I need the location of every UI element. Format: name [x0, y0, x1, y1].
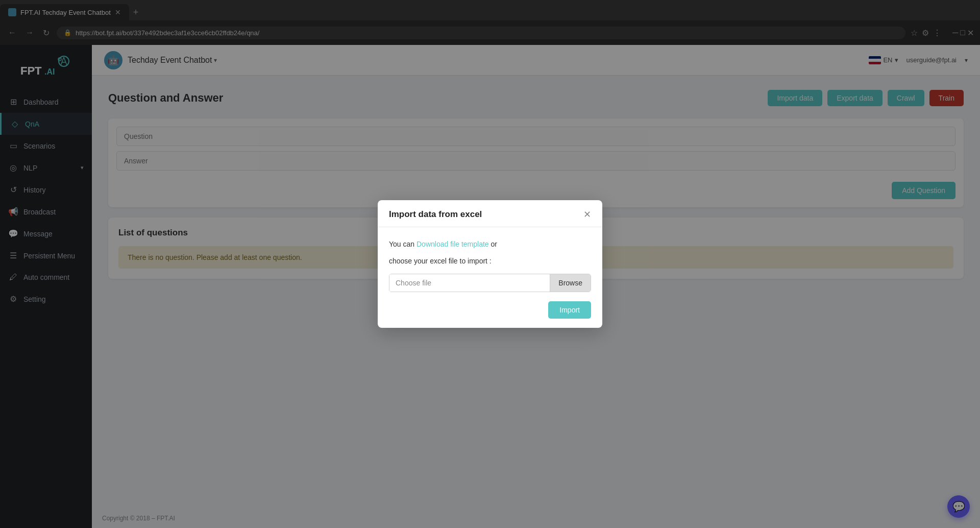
modal-description-line1: You can Download file template or [389, 238, 591, 250]
import-button[interactable]: Import [548, 301, 591, 319]
file-input-row: Choose file Browse [389, 274, 591, 292]
modal-body: You can Download file template or choose… [378, 227, 602, 301]
browse-button[interactable]: Browse [550, 274, 591, 292]
modal-header: Import data from excel ✕ [378, 200, 602, 227]
modal-close-button[interactable]: ✕ [583, 210, 591, 219]
file-name-display: Choose file [389, 274, 550, 292]
modal-footer: Import [378, 301, 602, 328]
modal-title: Import data from excel [389, 209, 482, 220]
import-modal: Import data from excel ✕ You can Downloa… [378, 200, 602, 328]
modal-overlay[interactable]: Import data from excel ✕ You can Downloa… [0, 0, 980, 528]
modal-desc-prefix: You can [389, 240, 416, 248]
modal-desc-suffix: or [489, 240, 497, 248]
modal-description-line2: choose your excel file to import : [389, 255, 591, 267]
download-template-link[interactable]: Download file template [416, 240, 489, 248]
